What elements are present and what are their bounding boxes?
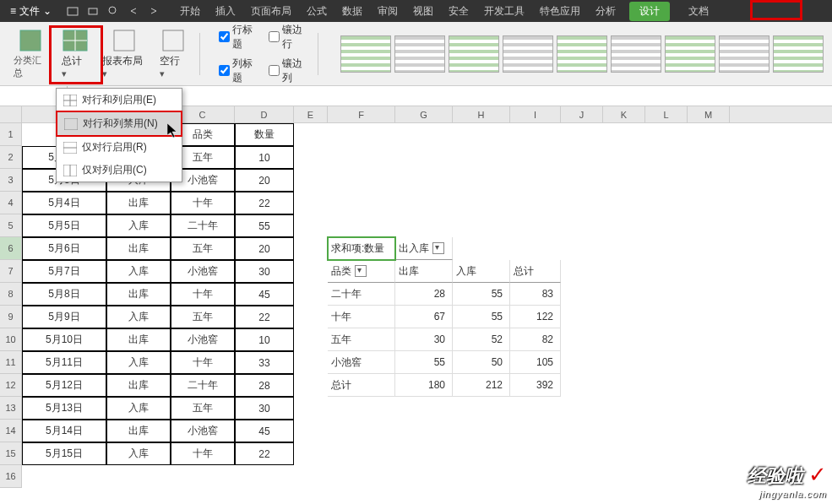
cell[interactable]: 二十年 — [171, 374, 235, 397]
tab-review[interactable]: 审阅 — [376, 1, 400, 22]
cell[interactable]: 50 — [453, 351, 510, 374]
cell[interactable]: 45 — [235, 283, 294, 306]
cell[interactable]: 入库 — [453, 260, 510, 283]
cell[interactable]: 5月7日 — [22, 260, 106, 283]
cell[interactable]: 212 — [453, 374, 510, 397]
file-menu[interactable]: ≡ 文件 ⌄ — [3, 2, 58, 21]
cell[interactable]: 5月6日 — [22, 237, 106, 260]
cell[interactable] — [645, 283, 688, 306]
cell[interactable]: 30 — [235, 260, 294, 283]
cell[interactable]: 出库 — [395, 260, 453, 283]
cell[interactable]: 5月15日 — [22, 442, 106, 465]
col-header[interactable]: L — [645, 106, 688, 122]
rowheader-check[interactable]: 行标题 — [219, 23, 259, 51]
cell[interactable] — [294, 420, 328, 442]
dropdown-item-rows-only[interactable]: 仅对行启用(R) — [57, 136, 182, 159]
tab-security[interactable]: 安全 — [447, 1, 470, 22]
dropdown-item-cols-only[interactable]: 仅对列启用(C) — [57, 159, 182, 182]
col-header[interactable]: J — [561, 106, 603, 122]
cell[interactable]: 5月13日 — [22, 397, 106, 420]
cell[interactable] — [603, 374, 645, 397]
cell[interactable] — [453, 420, 510, 442]
cell[interactable] — [688, 328, 730, 351]
cell[interactable]: 5月11日 — [22, 351, 106, 374]
cell[interactable]: 十年 — [171, 351, 235, 374]
cell[interactable] — [395, 192, 453, 214]
cell[interactable] — [328, 214, 395, 237]
cell[interactable] — [453, 169, 510, 192]
cell[interactable] — [645, 442, 688, 465]
cell[interactable] — [328, 442, 395, 465]
cell[interactable]: 出入库 — [395, 237, 453, 260]
cell[interactable] — [294, 123, 328, 146]
row-header[interactable]: 10 — [0, 328, 21, 351]
cell[interactable] — [328, 397, 395, 420]
cell[interactable] — [688, 442, 730, 465]
cell[interactable]: 5月8日 — [22, 283, 106, 306]
cell[interactable] — [561, 169, 603, 192]
cell[interactable] — [603, 442, 645, 465]
cell[interactable]: 33 — [235, 351, 294, 374]
col-header[interactable]: M — [688, 106, 730, 122]
cell[interactable]: 5月4日 — [22, 192, 106, 214]
cell[interactable]: 392 — [510, 374, 561, 397]
subtotal-button[interactable]: 分类汇总 — [8, 25, 53, 83]
style-thumb[interactable] — [719, 35, 769, 73]
cell[interactable] — [561, 351, 603, 374]
col-header[interactable]: I — [510, 106, 561, 122]
style-thumb[interactable] — [611, 35, 661, 73]
cell[interactable] — [395, 442, 453, 465]
cell[interactable] — [561, 192, 603, 214]
style-thumb[interactable] — [557, 35, 607, 73]
cell[interactable]: 30 — [395, 328, 453, 351]
cell[interactable] — [294, 328, 328, 351]
cell[interactable] — [453, 397, 510, 420]
cell[interactable] — [510, 214, 561, 237]
cell[interactable]: 82 — [510, 328, 561, 351]
cell[interactable] — [603, 351, 645, 374]
cell[interactable] — [688, 146, 730, 169]
cell[interactable] — [603, 328, 645, 351]
row-header[interactable]: 14 — [0, 420, 21, 442]
row-header[interactable]: 3 — [0, 169, 21, 192]
cell[interactable] — [603, 214, 645, 237]
cell[interactable] — [294, 283, 328, 306]
cell[interactable]: 小池窖 — [171, 260, 235, 283]
cell[interactable] — [645, 260, 688, 283]
undo-icon[interactable] — [128, 5, 139, 17]
cell[interactable] — [510, 169, 561, 192]
cell[interactable]: 5月10日 — [22, 328, 106, 351]
cell[interactable] — [688, 306, 730, 328]
cell[interactable] — [235, 465, 294, 488]
row-header[interactable]: 5 — [0, 214, 21, 237]
tab-layout[interactable]: 页面布局 — [249, 1, 293, 22]
cell[interactable]: 五年 — [171, 397, 235, 420]
cell[interactable] — [171, 465, 235, 488]
cell[interactable]: 55 — [453, 306, 510, 328]
style-thumb[interactable] — [340, 35, 391, 73]
cell[interactable]: 55 — [395, 351, 453, 374]
cell[interactable] — [328, 420, 395, 442]
cell[interactable]: 28 — [395, 283, 453, 306]
col-header[interactable]: G — [395, 106, 453, 122]
cell[interactable]: 十年 — [328, 306, 395, 328]
row-header[interactable]: 16 — [0, 465, 21, 488]
cell[interactable] — [645, 237, 688, 260]
style-thumb[interactable] — [503, 35, 553, 73]
cell[interactable] — [395, 397, 453, 420]
cell[interactable] — [453, 214, 510, 237]
cell[interactable]: 5月14日 — [22, 420, 106, 442]
dropdown-item-disable-both[interactable]: 对行和列禁用(N) — [56, 111, 182, 137]
style-thumb[interactable] — [665, 35, 715, 73]
cell[interactable] — [645, 374, 688, 397]
cell[interactable]: 出库 — [106, 283, 171, 306]
tab-design[interactable]: 设计 — [629, 2, 670, 21]
cell[interactable] — [294, 374, 328, 397]
cell[interactable] — [561, 397, 603, 420]
cell[interactable] — [645, 192, 688, 214]
cell[interactable] — [645, 169, 688, 192]
cell[interactable] — [510, 442, 561, 465]
cell[interactable] — [510, 192, 561, 214]
cell[interactable] — [603, 146, 645, 169]
cell[interactable] — [453, 192, 510, 214]
